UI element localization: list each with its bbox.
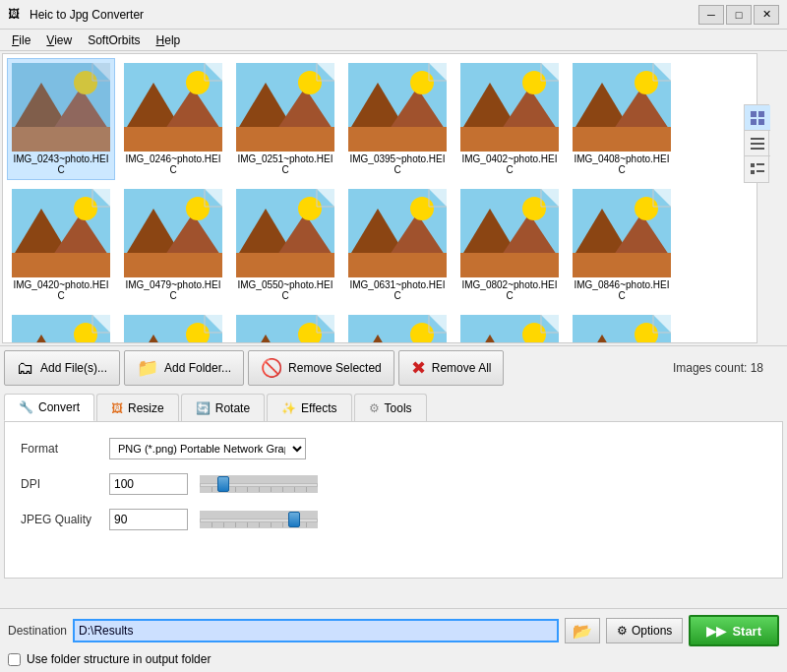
svg-rect-114 (751, 143, 764, 145)
svg-rect-34 (573, 127, 671, 152)
thumbnail-image (573, 63, 671, 152)
svg-rect-28 (460, 127, 559, 152)
tab-convert[interactable]: 🔧 Convert (4, 394, 94, 421)
browse-button[interactable]: 📂 (565, 618, 600, 643)
effects-label: Effects (301, 401, 336, 415)
list-item[interactable]: IMG_0846~photo.HEIC (568, 184, 676, 306)
svg-rect-115 (751, 148, 764, 150)
list-item[interactable]: IMG_0408~photo.HEIC (568, 58, 676, 180)
add-files-icon: 🗂 (17, 358, 34, 379)
thumbnail-image (236, 189, 334, 277)
image-filename: IMG_0395~photo.HEIC (348, 153, 447, 175)
destination-input[interactable] (73, 619, 559, 642)
add-files-label: Add File(s)... (40, 361, 107, 375)
list-item[interactable]: IMG_0940~photo.HEIC (455, 310, 564, 343)
rotate-icon: 🔄 (196, 401, 211, 415)
thumbnail-image (348, 315, 447, 343)
remove-selected-button[interactable]: 🚫 Remove Selected (248, 350, 394, 386)
tab-area: 🔧 Convert 🖼 Resize 🔄 Rotate ✨ Effects ⚙ … (0, 390, 787, 579)
minimize-button[interactable]: ─ (698, 5, 724, 25)
list-item[interactable]: IMG_0420~photo.HEIC (7, 184, 115, 306)
maximize-button[interactable]: □ (726, 5, 752, 25)
add-folder-label: Add Folder... (164, 361, 231, 375)
tab-resize[interactable]: 🖼 Resize (96, 394, 179, 421)
svg-point-29 (522, 71, 546, 94)
list-item[interactable]: IMG_0910~photo.HEIC (119, 310, 227, 343)
svg-point-71 (635, 197, 658, 220)
start-button[interactable]: ▶▶ Start (689, 615, 779, 646)
thumbnail-image (124, 315, 222, 343)
options-button[interactable]: ⚙ Options (606, 618, 683, 643)
view-details-button[interactable] (745, 156, 770, 182)
list-item[interactable]: IMG_0395~photo.HEIC (343, 58, 452, 180)
jpeg-quality-input[interactable] (109, 509, 188, 530)
list-item[interactable]: IMG_0550~photo.HEIC (231, 184, 339, 306)
image-filename: IMG_0550~photo.HEIC (236, 279, 334, 301)
list-item[interactable]: IMG_0479~photo.HEIC (119, 184, 227, 306)
dpi-input[interactable] (109, 473, 188, 495)
tab-bar: 🔧 Convert 🖼 Resize 🔄 Rotate ✨ Effects ⚙ … (4, 390, 783, 421)
thumbnail-image (124, 63, 222, 152)
close-button[interactable]: ✕ (754, 5, 779, 25)
convert-label: Convert (38, 400, 80, 414)
list-item[interactable]: IMG_0920~photo.HEIC (231, 310, 339, 343)
svg-rect-16 (236, 127, 334, 152)
list-item[interactable]: IMG_0900~photo.HEIC (7, 310, 115, 343)
svg-point-11 (186, 71, 210, 94)
start-arrow-icon: ▶▶ (706, 624, 726, 639)
list-item[interactable]: IMG_0243~photo.HEIC (7, 58, 115, 180)
dpi-row: DPI (21, 473, 766, 495)
list-item[interactable]: IMG_0246~photo.HEIC (119, 58, 227, 180)
browse-icon: 📂 (573, 622, 592, 641)
app-icon: 🖼 (8, 7, 24, 23)
dpi-slider[interactable] (200, 475, 318, 493)
view-list-button[interactable] (745, 131, 770, 156)
menu-softorbits[interactable]: SoftOrbits (80, 31, 148, 49)
folder-structure-checkbox[interactable] (8, 653, 21, 666)
list-item[interactable]: IMG_0802~photo.HEIC (455, 184, 564, 306)
list-item[interactable]: IMG_0251~photo.HEIC (231, 58, 339, 180)
title-bar: 🖼 Heic to Jpg Converter ─ □ ✕ (0, 0, 787, 30)
list-item[interactable]: IMG_0631~photo.HEIC (343, 184, 452, 306)
remove-all-button[interactable]: ✖ Remove All (398, 350, 505, 386)
add-folder-icon: 📁 (137, 357, 158, 379)
menu-view[interactable]: View (38, 31, 80, 49)
svg-rect-46 (124, 253, 222, 277)
thumbnail-image (573, 315, 671, 343)
tools-icon: ⚙ (369, 401, 380, 415)
image-filename: IMG_0251~photo.HEIC (236, 153, 334, 175)
thumbnail-image (236, 63, 334, 152)
tab-effects[interactable]: ✨ Effects (267, 394, 351, 421)
image-filename: IMG_0243~photo.HEIC (12, 153, 110, 175)
svg-rect-113 (751, 138, 764, 140)
format-select[interactable]: PNG (*.png) Portable Network Graphics JP… (109, 438, 306, 459)
svg-rect-112 (758, 119, 764, 125)
view-thumbnails-button[interactable] (745, 105, 770, 131)
tab-tools[interactable]: ⚙ Tools (354, 394, 427, 421)
list-item[interactable]: IMG_0930~photo.HEIC (343, 310, 452, 343)
jpeg-slider-container (196, 511, 766, 528)
svg-point-23 (410, 71, 434, 94)
menu-help[interactable]: Help (149, 31, 189, 49)
remove-all-icon: ✖ (411, 357, 426, 379)
svg-rect-110 (758, 111, 764, 117)
thumbnail-image (460, 315, 559, 343)
jpeg-slider[interactable] (200, 511, 318, 528)
tab-rotate[interactable]: 🔄 Rotate (181, 394, 265, 421)
options-gear-icon: ⚙ (617, 624, 628, 638)
add-files-button[interactable]: 🗂 Add File(s)... (4, 350, 120, 386)
svg-rect-58 (348, 253, 447, 277)
thumbnail-image (12, 63, 110, 152)
svg-rect-119 (757, 170, 764, 172)
menu-file[interactable]: File (4, 31, 38, 49)
svg-point-47 (186, 197, 210, 220)
add-folder-button[interactable]: 📁 Add Folder... (124, 350, 244, 386)
list-item[interactable]: IMG_0950~photo.HEIC (568, 310, 676, 343)
svg-point-65 (522, 197, 546, 220)
list-item[interactable]: IMG_0402~photo.HEIC (455, 58, 564, 180)
svg-rect-109 (751, 111, 757, 117)
svg-rect-116 (751, 163, 755, 167)
images-count: Images count: 18 (673, 361, 783, 375)
dpi-slider-container (196, 475, 766, 493)
action-bar: 🗂 Add File(s)... 📁 Add Folder... 🚫 Remov… (0, 345, 787, 390)
